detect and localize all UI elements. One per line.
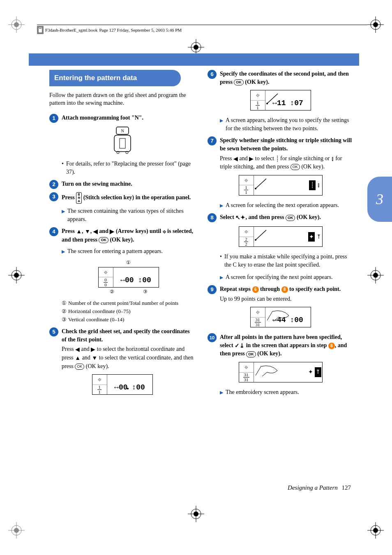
single-stitch-icon: ┊ xyxy=(309,180,316,190)
step-number: 2 xyxy=(49,180,58,189)
step-text: Press xyxy=(62,194,76,200)
step-6-result: ▶A screen appears, allowing you to speci… xyxy=(220,116,353,132)
inline-step-ref-icon: 6 xyxy=(252,286,259,293)
arrow-left-icon: ◀ xyxy=(233,156,238,162)
registration-mark-icon xyxy=(8,522,25,539)
step-text: Press ◀ and ▶ to select ┊ for single sti… xyxy=(220,154,353,171)
step-5: 5 Check the grid sheet set, and specify … xyxy=(49,327,195,370)
ok-key-icon: OK xyxy=(291,164,300,170)
end-pattern-icon: ✓⤓ xyxy=(235,343,244,349)
step-text: (OK key). xyxy=(295,214,321,220)
lcd-diagram-6: ⟐3131 ↔44 ↕00 xyxy=(208,307,353,327)
svg-point-41 xyxy=(127,388,129,389)
arrow-icon: ▶ xyxy=(220,274,223,281)
end-icon: ⤒ xyxy=(316,233,321,241)
registration-mark-icon xyxy=(8,16,25,33)
lcd-diagram-1: ① ⟐00 ↔00 ↕00 ②③ xyxy=(62,259,195,295)
step-text: Select xyxy=(220,214,235,220)
svg-rect-38 xyxy=(120,138,125,148)
step-8-bullet: •If you make a mistake while specifying … xyxy=(220,253,353,269)
svg-point-45 xyxy=(255,188,256,189)
step-number: 1 xyxy=(49,114,58,123)
step-number: 4 xyxy=(49,227,58,236)
step-text: , and then press xyxy=(245,214,285,220)
arrow-left-icon: ◀ xyxy=(93,228,98,235)
triple-stitch-icon: ⫿ xyxy=(317,181,320,189)
step-number: 5 xyxy=(49,327,58,336)
header-pageinfo: Page 127 Friday, September 5, 2003 5:46 … xyxy=(99,28,182,32)
step-number: 10 xyxy=(208,333,217,342)
single-stitch-icon: ┊ xyxy=(276,156,279,162)
arrow-down-icon: ▼ xyxy=(85,228,90,235)
annotation-1: ①Number of the current point/Total numbe… xyxy=(62,299,195,307)
svg-rect-37 xyxy=(114,135,131,152)
ok-key-icon: OK xyxy=(246,351,256,357)
lcd-diagram-4: ⟐11 ┊⫿ xyxy=(208,175,353,196)
ok-key-icon: OK xyxy=(99,237,108,243)
pattern-icon: ⟐ xyxy=(163,228,166,235)
arrow-down-icon: ▼ xyxy=(92,355,97,361)
step-10: 10 After all points in the pattern have … xyxy=(208,333,353,358)
arrow-right-icon: ▶ xyxy=(91,346,95,352)
lcd-diagram-2: ⟐11 ↔00 ↕00 xyxy=(49,374,195,395)
section-heading: Entering the pattern data xyxy=(49,70,181,86)
svg-line-44 xyxy=(256,179,266,189)
step-text: in the screen that appears in step xyxy=(244,342,328,348)
arrow-right-icon: ▶ xyxy=(110,228,114,235)
step-title: Attach monogramming foot "N". xyxy=(62,115,143,121)
book-icon xyxy=(37,26,44,34)
registration-mark-icon xyxy=(367,16,384,33)
step-number: 7 xyxy=(208,136,217,145)
registration-mark-icon xyxy=(188,39,204,55)
arrow-icon: ▶ xyxy=(62,208,65,223)
left-column: Entering the pattern data Follow the pat… xyxy=(49,70,195,401)
svg-line-42 xyxy=(267,94,278,104)
step-10-result: ▶The embroidery screen appears. xyxy=(220,388,353,396)
ok-key-icon: OK xyxy=(75,364,84,370)
step-title: Repeat steps 6 through 8 to specify each… xyxy=(220,285,353,293)
svg-text:N: N xyxy=(121,129,124,133)
step-4-result: ▶The screen for entering a pattern appea… xyxy=(62,247,195,256)
registration-mark-icon xyxy=(188,506,204,522)
step-8: 8 Select ↖✦, and then press OK (OK key). xyxy=(208,213,353,222)
registration-mark-icon xyxy=(367,267,384,283)
step-text: (OK key). xyxy=(108,237,134,243)
step-title: Turn on the sewing machine. xyxy=(62,181,132,187)
annotation-3: ③Vertical coordinate (0–14) xyxy=(62,316,195,323)
right-column: 6 Specify the coordinates of the second … xyxy=(208,70,353,401)
arrow-icon: ▶ xyxy=(220,389,223,396)
blue-band xyxy=(0,53,359,66)
arrow-right-icon: ▶ xyxy=(249,156,254,162)
chapter-tab: 3 xyxy=(367,177,392,222)
footer-title: Designing a Pattern xyxy=(288,484,338,491)
arrow-up-icon: ▲ xyxy=(75,355,81,361)
step-4: 4 Press ▲, ▼, ◀ and ▶ (Arrow keys) until… xyxy=(49,227,195,244)
intro-text: Follow the pattern drawn on the grid she… xyxy=(49,91,195,107)
ok-key-icon: OK xyxy=(286,215,295,221)
svg-point-47 xyxy=(255,239,256,241)
step-9: 9 Repeat steps 6 through 8 to specify ea… xyxy=(208,285,353,303)
arrow-icon: ▶ xyxy=(220,117,223,132)
footer: Designing a Pattern 127 xyxy=(288,484,351,491)
step-text: (Arrow keys) until xyxy=(114,228,162,234)
inline-step-ref-icon: 8 xyxy=(281,286,288,293)
step-1: 1 Attach monogramming foot "N". xyxy=(49,114,195,123)
continue-icon: ✦ xyxy=(308,232,315,242)
footer-page-number: 127 xyxy=(342,484,351,491)
lcd-diagram-7: ⟐3131 ✦⤒ xyxy=(208,362,353,382)
step-text: Up to 99 points can be entered. xyxy=(220,295,353,303)
ok-key-icon: OK xyxy=(234,79,244,85)
step-6: 6 Specify the coordinates of the second … xyxy=(208,70,353,86)
stitch-selection-key-icon: ⫼≋A xyxy=(76,192,82,204)
step-text: (OK key). xyxy=(256,350,282,357)
registration-mark-icon xyxy=(8,267,25,283)
step-8-result: ▶A screen for specifying the next point … xyxy=(220,273,353,281)
step-number: 8 xyxy=(208,213,217,222)
step-text: (Stitch selection key) in the operation … xyxy=(82,194,191,200)
header-line: F3dash-BrotherE_sgml.book Page 127 Frida… xyxy=(37,25,367,34)
continue-icon: ✦ xyxy=(308,368,313,376)
step-text: Press xyxy=(62,228,76,234)
step-1-detail: •For details, refer to "Replacing the pr… xyxy=(62,160,195,176)
svg-point-43 xyxy=(266,103,268,104)
arrow-icon: ▶ xyxy=(220,203,223,210)
